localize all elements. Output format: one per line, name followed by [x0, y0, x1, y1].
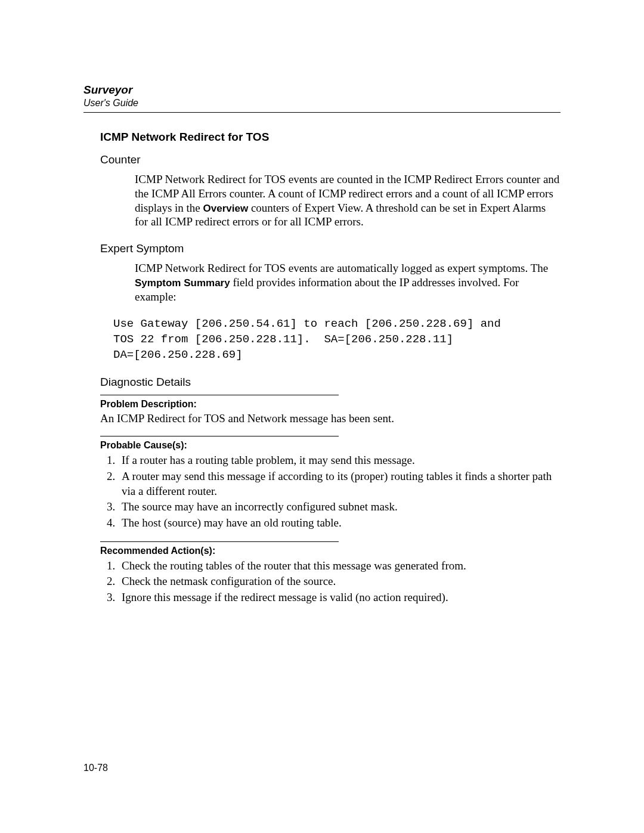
recommended-actions-list: Check the routing tables of the router t…: [100, 559, 561, 605]
page-number: 10-78: [83, 763, 108, 773]
expert-paragraph: ICMP Network Redirect for TOS events are…: [135, 261, 561, 304]
guide-label: User's Guide: [83, 98, 561, 109]
diagnostic-heading: Diagnostic Details: [100, 376, 561, 389]
recommended-actions-head: Recommended Action(s):: [100, 546, 561, 556]
list-item: A router may send this message if accord…: [118, 469, 561, 498]
list-item: Check the netmask configuration of the s…: [118, 574, 561, 589]
symptom-summary-label: Symptom Summary: [135, 277, 230, 289]
problem-description-head: Problem Description:: [100, 399, 561, 410]
diag-rule-1: [100, 395, 339, 395]
book-title: Surveyor: [83, 83, 561, 97]
probable-causes-list: If a router has a routing table problem,…: [100, 453, 561, 530]
header-rule: [83, 112, 561, 113]
page-content: Surveyor User's Guide ICMP Network Redir…: [0, 0, 644, 605]
counter-heading: Counter: [100, 153, 561, 166]
diag-rule-2: [100, 436, 339, 436]
page-header: Surveyor User's Guide: [83, 83, 561, 109]
problem-description-text: An ICMP Redirect for TOS and Network mes…: [100, 412, 561, 425]
expert-text-pre: ICMP Network Redirect for TOS events are…: [135, 262, 548, 274]
list-item: If a router has a routing table problem,…: [118, 453, 561, 468]
expert-heading: Expert Symptom: [100, 242, 561, 255]
counter-paragraph: ICMP Network Redirect for TOS events are…: [135, 172, 561, 229]
probable-causes-head: Probable Cause(s):: [100, 440, 561, 451]
example-code: Use Gateway [206.250.54.61] to reach [20…: [113, 317, 561, 363]
section-title: ICMP Network Redirect for TOS: [100, 131, 561, 144]
list-item: Check the routing tables of the router t…: [118, 559, 561, 574]
list-item: The source may have an incorrectly confi…: [118, 500, 561, 515]
list-item: Ignore this message if the redirect mess…: [118, 590, 561, 605]
overview-label: Overview: [203, 203, 249, 214]
list-item: The host (source) may have an old routin…: [118, 516, 561, 531]
diag-rule-3: [100, 541, 339, 542]
